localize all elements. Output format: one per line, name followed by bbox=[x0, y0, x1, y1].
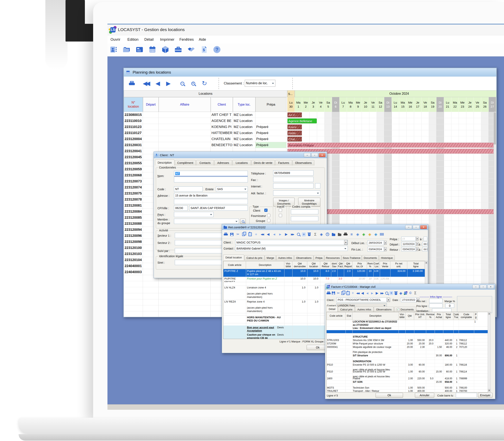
calendar-icon[interactable] bbox=[148, 45, 157, 54]
adresse2-input[interactable] bbox=[174, 199, 248, 204]
ret-delete-icon[interactable] bbox=[307, 232, 312, 237]
facture-table-row[interactable]: PS10Enceinte PS 10 500 à 1250 W3.0060.00… bbox=[327, 363, 488, 367]
day-header-Sa-12[interactable]: Sa12 bbox=[377, 97, 384, 112]
facture-nav-prev-icon[interactable]: ◀ bbox=[360, 291, 365, 295]
ret-cube-out-icon[interactable]: ◈ bbox=[367, 232, 372, 237]
ret-cut-icon[interactable]: ✂ bbox=[235, 232, 240, 237]
folders-icon[interactable] bbox=[122, 45, 131, 54]
ret-folder-icon[interactable] bbox=[331, 232, 336, 237]
facture-printer-icon[interactable] bbox=[326, 291, 331, 295]
table-row[interactable]: 223120004CHATELAINMZ LocationPréparéChat… bbox=[124, 136, 496, 142]
day-header-Di-20[interactable]: Di20 bbox=[437, 97, 444, 112]
facture-header-0[interactable]: Code article bbox=[327, 312, 346, 320]
ret-tab-documents[interactable]: Documents bbox=[362, 255, 379, 260]
refresh-icon[interactable]: ↻ bbox=[200, 79, 209, 88]
gantt-bar[interactable]: Benedetto Philippe bbox=[287, 143, 497, 148]
tab-description[interactable]: Description bbox=[155, 159, 174, 165]
ret-nav-last-icon[interactable]: ▶▶ bbox=[290, 232, 295, 237]
type-fournisseur-checkbox[interactable] bbox=[267, 214, 270, 217]
menu-edition[interactable]: Edition bbox=[126, 37, 140, 42]
facture-cut-icon[interactable]: ✂ bbox=[336, 291, 341, 295]
inactif-checkbox-1[interactable] bbox=[279, 209, 282, 212]
ville-input[interactable]: SAINT JEAN CAP FERRAT bbox=[189, 205, 248, 211]
facture-titlebar[interactable]: FS Facture n°C2100044 - Mariage civil bbox=[325, 284, 495, 290]
ret-header-11[interactable]: Coef.Loc bbox=[373, 261, 380, 269]
client-close-button[interactable]: × bbox=[319, 153, 326, 157]
tab-contacts[interactable]: Contacts bbox=[196, 160, 214, 165]
facture-header-1[interactable]: Etat bbox=[346, 312, 352, 320]
facture-table-row[interactable]: avec câble et pieds et housse bleu bbox=[327, 374, 488, 377]
facture-annuler-button[interactable]: Annuler bbox=[415, 393, 434, 398]
gantt-bar[interactable]: Agence Belletane bbox=[287, 119, 317, 123]
zoom-in-icon[interactable]: + bbox=[189, 79, 198, 88]
zoom-out-icon[interactable]: − bbox=[178, 79, 187, 88]
ret-save-icon[interactable] bbox=[229, 232, 235, 237]
day-header-Ma-8[interactable]: Ma8 bbox=[347, 97, 354, 112]
ret-header-7[interactable]: QtéFact. bbox=[337, 261, 344, 269]
ret-nav-next-icon[interactable]: ▶ bbox=[284, 232, 289, 237]
facture-nav-first-icon[interactable]: ◀◀ bbox=[355, 291, 360, 295]
ret-tab-observations[interactable]: Observations bbox=[294, 255, 314, 260]
facture-table-row[interactable]: 1600Platine2.00220.005.0418.001706999 bbox=[327, 377, 488, 380]
adresse-input[interactable]: 15 avenue de la liberation bbox=[174, 193, 248, 198]
facture-table-row[interactable]: S/T Structure30.00806.001 bbox=[327, 354, 488, 358]
fin-loc-input[interactable]: 03/04/2024 bbox=[367, 247, 384, 252]
classement-select[interactable]: Numéro de loc. bbox=[245, 80, 275, 87]
depart-date-input[interactable]: 11/03/2024 bbox=[401, 242, 416, 246]
menu-imprimer[interactable]: Imprimer bbox=[159, 37, 176, 42]
ret-copy-icon[interactable] bbox=[241, 232, 247, 237]
ret-header-8[interactable]: QtéReport bbox=[344, 261, 352, 269]
ret-header-5[interactable]: QtéRetour bbox=[320, 261, 331, 269]
day-header-Me-2[interactable]: Me2 bbox=[302, 97, 310, 112]
depart-time-input[interactable]: 08:00 bbox=[422, 242, 428, 246]
ret-add-icon[interactable]: + bbox=[302, 232, 306, 236]
facture-add-icon[interactable]: + bbox=[389, 291, 393, 295]
retour-time-input[interactable]: 09:55 bbox=[422, 247, 428, 251]
ret-nav-first-icon[interactable]: ◀◀ bbox=[259, 232, 265, 237]
menu-fentres[interactable]: Fenêtres bbox=[178, 37, 195, 42]
facture-client-select[interactable]: PGS - PROGISOFTWARE CONSEIL bbox=[336, 298, 387, 302]
facture-tab-observations[interactable]: Observations bbox=[374, 307, 394, 312]
cp-input[interactable]: 06230 bbox=[174, 205, 188, 211]
contacts-icon[interactable] bbox=[109, 45, 118, 54]
facture-date-input[interactable]: 27/10/2022 bbox=[401, 298, 417, 302]
ret-cube-in-icon[interactable]: ◈ bbox=[373, 232, 378, 237]
adrfact-select[interactable] bbox=[273, 190, 320, 196]
form-icon[interactable] bbox=[135, 45, 144, 54]
facture-table-row[interactable]: S/T SON15.00658.001 bbox=[327, 380, 488, 384]
ret-maximize-button[interactable]: ▫ bbox=[413, 225, 420, 229]
table-row[interactable]: 223080015ART CHEF TMZ LocationArt C... bbox=[124, 112, 496, 118]
facture-ok-button[interactable]: Ok bbox=[376, 393, 403, 398]
ret-client-select[interactable]: MAGIC OCTOPUS bbox=[235, 240, 348, 245]
day-header-Lu-28[interactable]: Lu28 bbox=[496, 97, 497, 112]
facture-tab-dtail[interactable]: Détail bbox=[326, 306, 338, 312]
retour-spinner[interactable]: ▾ bbox=[416, 247, 419, 251]
refresh-icon[interactable]: ↻ bbox=[201, 80, 208, 87]
facture-client-dropdown-button[interactable]: ▼ bbox=[387, 298, 390, 302]
planning-titlebar[interactable]: Planning des locations bbox=[124, 68, 496, 77]
ret-paste-icon[interactable] bbox=[247, 232, 252, 237]
facture-header-9[interactable]: CodeTva bbox=[453, 312, 459, 320]
facture-header-7[interactable]: PrixAchat bbox=[435, 312, 443, 320]
tab-adresses[interactable]: Adresses bbox=[214, 160, 232, 165]
ret-cube-save-icon[interactable]: ◈ bbox=[361, 232, 366, 237]
nom-input[interactable]: NT bbox=[174, 171, 248, 176]
depart-spinner[interactable]: ▾ bbox=[416, 242, 419, 246]
client-minimize-button[interactable]: – bbox=[304, 153, 311, 157]
nav-next-icon[interactable]: ▶ bbox=[163, 79, 172, 88]
facture-table-row[interactable]: LOCATION N°222100013 du 27/10/2022 au 27… bbox=[327, 320, 488, 327]
facture-cube-icon[interactable]: ◈ bbox=[399, 291, 403, 295]
ret-header-0[interactable]: Code article bbox=[223, 261, 246, 269]
day-header-Ma-22[interactable]: Ma22 bbox=[451, 97, 459, 112]
code-barre-input[interactable] bbox=[456, 393, 477, 397]
table-row[interactable]: 223110010AGENCE BEMZ LocationAgence Bell… bbox=[124, 118, 496, 124]
debut-loc-spinner[interactable]: ▾ bbox=[384, 241, 387, 245]
internet-input[interactable] bbox=[273, 183, 314, 189]
ret-nav-fwd-icon[interactable]: ▶ bbox=[278, 232, 283, 237]
ret-list-icon[interactable]: ≡ bbox=[349, 232, 354, 237]
column-header-typeloc[interactable]: Type loc. bbox=[233, 97, 255, 112]
day-header-Lu-14[interactable]: Lu14 bbox=[392, 97, 399, 112]
marge-input[interactable]: 0 bbox=[445, 303, 454, 308]
table-row[interactable]: 223110123KOENING PIMZ LocationPréparéKoe… bbox=[124, 124, 496, 130]
facture-header-10[interactable]: Codecomptable bbox=[459, 312, 474, 320]
